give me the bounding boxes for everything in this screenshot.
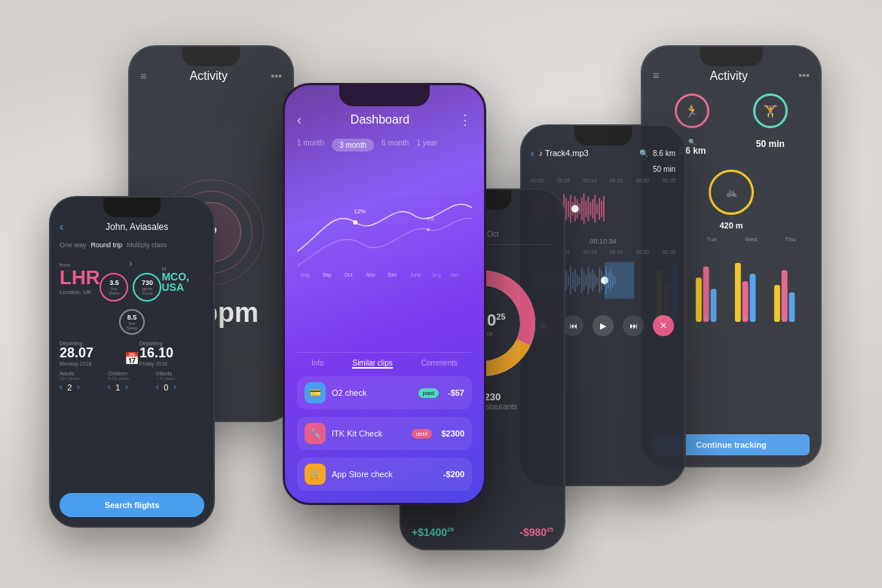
hamburger-icon[interactable]: ≡ [140, 70, 146, 82]
svg-text:Jan: Jan [450, 273, 458, 278]
phone-frame-flight: ‹ John, Aviasales One way Round trip Mul… [49, 196, 215, 528]
svg-rect-75 [577, 274, 578, 287]
tab-multi[interactable]: Multiply class [127, 241, 167, 249]
dashboard-title: Dashboard [351, 113, 409, 127]
clip-item-itk: 🔧 ITK Kit Check debt $2300 [297, 417, 472, 450]
svg-rect-71 [568, 275, 569, 286]
expense-value: -$98025 [519, 526, 553, 538]
svg-rect-83 [594, 274, 596, 287]
children-counter: ‹ 1 › [108, 383, 156, 392]
dashboard-nav-tabs: Info Similar clips Comments [297, 352, 472, 369]
more-icon[interactable]: ••• [271, 70, 282, 82]
sleep-circle: 8.5 hrs Sleep [119, 309, 145, 335]
flight-title: John, Aviasales [69, 222, 204, 232]
music-search-icon[interactable]: 🔍 [639, 149, 648, 158]
tracker-title: Activity [709, 69, 748, 83]
distance-circle: 🚲 [709, 170, 754, 215]
close-btn[interactable]: ✕ [653, 315, 674, 336]
svg-rect-84 [596, 277, 598, 284]
tab-6month[interactable]: 6 month [381, 139, 409, 152]
svg-rect-74 [574, 269, 576, 291]
lift-section: 🏋 [753, 93, 788, 128]
tracker-more-icon[interactable]: ••• [798, 69, 810, 83]
phone-flight: ‹ John, Aviasales One way Round trip Mul… [49, 196, 215, 528]
fastforward-btn[interactable]: ⏭ [623, 315, 644, 336]
svg-rect-104 [774, 285, 780, 322]
notch-activity [182, 47, 240, 66]
dep-date-section: Departing 28.07 Monday 2016 [60, 341, 124, 366]
clip-name-o2: O2 check [332, 388, 412, 397]
search-flights-button[interactable]: Search flights [60, 493, 204, 517]
stat-weight: 730 grms Food [133, 273, 161, 302]
income-value: +$140029 [412, 526, 454, 538]
sleep-stat: 8.5 hrs Sleep [60, 309, 204, 335]
children-label: Children [108, 371, 156, 376]
svg-point-5 [427, 228, 430, 231]
notch-dashboard [350, 85, 419, 105]
tab-oneway[interactable]: One way [60, 241, 87, 249]
dep-date: 28.07 [60, 346, 124, 361]
svg-rect-43 [581, 198, 583, 219]
nav-tab-info[interactable]: Info [311, 359, 324, 369]
infants-increment[interactable]: › [173, 383, 176, 391]
day-thu: Thu [786, 236, 796, 243]
infants-decrement[interactable]: ‹ [156, 383, 158, 391]
calendar-icon[interactable]: 📅 [124, 341, 139, 366]
arr-day: Friday 2016 [139, 361, 204, 366]
svg-rect-78 [583, 271, 585, 289]
svg-rect-94 [605, 262, 634, 299]
infants-label: Infants [156, 371, 204, 376]
clip-icon-appstore: 🛒 [305, 464, 326, 485]
notch-flight [103, 198, 161, 217]
tab-1year[interactable]: 1 year [416, 139, 437, 152]
svg-rect-77 [581, 268, 583, 292]
departure-row: Departing 28.07 Monday 2016 📅 Departing … [60, 341, 204, 366]
children-decrement[interactable]: ‹ [108, 383, 110, 391]
clip-amount-itk: $2300 [441, 429, 464, 438]
children-increment[interactable]: › [125, 383, 127, 391]
music-header: ‹ ♪ Track4.mp3 🔍 8.6 km [531, 147, 675, 159]
music-back-icon[interactable]: ‹ [531, 147, 534, 159]
music-track: ♪ Track4.mp3 [539, 149, 639, 158]
tab-3month[interactable]: 3 month [332, 139, 374, 152]
distance-icon: 🚲 [726, 187, 737, 198]
clip-icon-o2: 💳 [305, 382, 326, 403]
income-stat: +$140029 [412, 526, 454, 538]
adults-count: 2 [65, 383, 74, 392]
tracker-hamburger-icon[interactable]: ≡ [653, 69, 659, 83]
tab-1month[interactable]: 1 month [297, 139, 324, 152]
children-count: 1 [113, 383, 122, 392]
svg-rect-50 [596, 204, 598, 214]
nav-tab-clips[interactable]: Similar clips [352, 359, 392, 369]
svg-rect-72 [570, 266, 571, 294]
svg-rect-38 [570, 194, 571, 222]
clip-name-appstore: App Store check [332, 470, 437, 479]
rewind-btn[interactable]: ⏮ [562, 315, 583, 336]
stat-duration: 3.5 hrs Drink [100, 273, 128, 302]
adults-decrement[interactable]: ‹ [60, 383, 62, 391]
svg-text:Dec: Dec [388, 273, 398, 278]
svg-text:June: June [410, 273, 421, 278]
tab-oct[interactable]: Oct [487, 230, 499, 240]
min-value: 50 min [756, 139, 785, 149]
adults-label: Adults [60, 371, 108, 376]
svg-rect-49 [594, 194, 596, 222]
to-code: MCO, USA [161, 271, 204, 292]
back-icon[interactable]: ‹ [60, 220, 63, 234]
adults-sub: 16+ years [60, 376, 108, 381]
tab-roundtrip[interactable]: Round trip [91, 241, 123, 249]
adults-increment[interactable]: › [77, 383, 79, 391]
dashboard-more-icon[interactable]: ⋮ [458, 112, 472, 128]
nav-tab-comments[interactable]: Comments [421, 359, 458, 369]
svg-rect-103 [750, 274, 756, 322]
svg-rect-48 [592, 199, 593, 218]
infants-sub: < 4 years [156, 376, 204, 381]
svg-text:12%: 12% [354, 208, 366, 215]
play-btn[interactable]: ▶ [593, 315, 614, 336]
svg-rect-101 [735, 263, 741, 322]
passengers-section: Adults 16+ years ‹ 2 › Children 4-16 yea… [60, 371, 204, 392]
expense-stat: -$98025 [519, 526, 553, 538]
svg-rect-46 [587, 196, 589, 221]
dashboard-back-icon[interactable]: ‹ [297, 112, 302, 128]
svg-text:Aug: Aug [301, 273, 310, 279]
